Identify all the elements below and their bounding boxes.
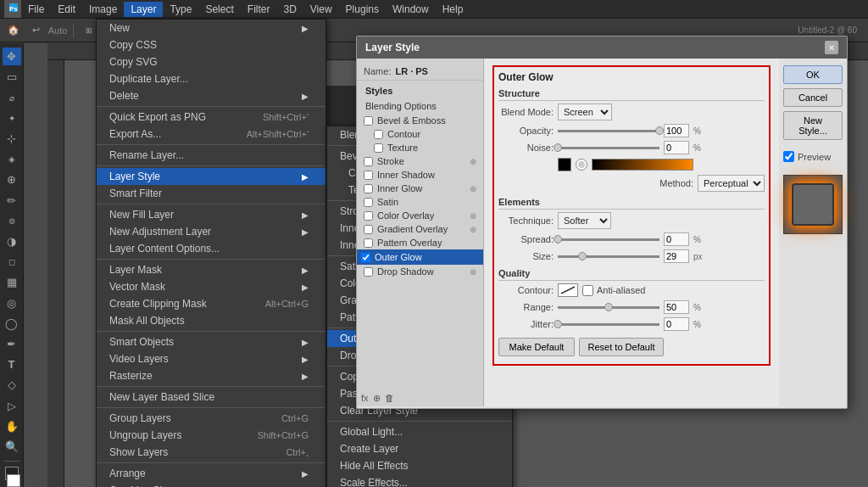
tool-text[interactable]: T	[3, 355, 21, 373]
menu-item-rename[interactable]: Rename Layer...	[97, 147, 326, 164]
menu-file[interactable]: File	[21, 2, 51, 17]
texture-checkbox[interactable]	[374, 143, 383, 153]
tool-heal[interactable]: ⊕	[3, 171, 21, 188]
stroke-checkbox[interactable]	[364, 157, 373, 166]
cancel-button[interactable]: Cancel	[783, 88, 843, 107]
menu-item-new-slice[interactable]: New Layer Based Slice	[97, 389, 326, 406]
dialog-close-button[interactable]: ✕	[825, 41, 838, 54]
menu-item-combine[interactable]: Combine Shapes ▶	[97, 482, 326, 487]
menu-item-new-adj[interactable]: New Adjustment Layer ▶	[97, 223, 326, 240]
menu-help[interactable]: Help	[436, 2, 470, 17]
inner-glow-checkbox[interactable]	[364, 184, 373, 193]
menu-item-smart-objects[interactable]: Smart Objects ▶	[97, 333, 326, 350]
noise-slider[interactable]	[558, 147, 659, 149]
spread-slider[interactable]	[558, 238, 659, 241]
menu-item-copy-svg[interactable]: Copy SVG	[97, 53, 326, 70]
drop-shadow-checkbox[interactable]	[364, 267, 373, 277]
toolbar-redo[interactable]: Auto	[48, 21, 67, 40]
menu-layer[interactable]: Layer	[124, 2, 163, 17]
menu-item-rasterize[interactable]: Rasterize ▶	[97, 367, 326, 384]
style-item-styles[interactable]: Styles	[357, 83, 483, 98]
inner-shadow-label[interactable]: Inner Shadow	[377, 170, 435, 180]
bevel-checkbox[interactable]	[364, 116, 373, 126]
drop-shadow-label[interactable]: Drop Shadow	[377, 266, 434, 277]
gradient-overlay-checkbox[interactable]	[364, 225, 373, 234]
menu-plugins[interactable]: Plugins	[339, 2, 386, 17]
color-overlay-label[interactable]: Color Overlay	[377, 210, 434, 221]
menu-ps[interactable]: Ps	[4, 0, 21, 18]
menu-item-layer-style[interactable]: Layer Style ▶	[97, 168, 326, 185]
submenu-scale-effects[interactable]: Scale Effects...	[327, 474, 512, 487]
tool-marquee[interactable]: ▭	[3, 68, 21, 86]
new-style-button[interactable]: New Style...	[783, 111, 843, 140]
menu-type[interactable]: Type	[163, 2, 198, 17]
spread-input[interactable]	[664, 232, 689, 246]
gradient-overlay-label[interactable]: Gradient Overlay	[377, 224, 448, 234]
menu-edit[interactable]: Edit	[51, 2, 82, 17]
style-item-blending[interactable]: Blending Options	[357, 98, 483, 114]
tool-eraser[interactable]: ◻	[3, 253, 21, 271]
menu-item-new[interactable]: New ▶	[97, 20, 326, 36]
jitter-input[interactable]	[664, 317, 689, 331]
menu-item-video-layers[interactable]: Video Layers ▶	[97, 350, 326, 367]
inner-glow-label[interactable]: Inner Glow	[377, 183, 422, 193]
texture-label[interactable]: Texture	[387, 143, 418, 153]
tool-crop[interactable]: ⊹	[3, 130, 21, 148]
tool-shape[interactable]: ▷	[3, 396, 21, 414]
menu-item-layer-content[interactable]: Layer Content Options...	[97, 240, 326, 257]
menu-item-delete[interactable]: Delete ▶	[97, 87, 326, 104]
tool-pen[interactable]: ✒	[3, 335, 21, 353]
satin-checkbox[interactable]	[364, 198, 373, 207]
menu-3d[interactable]: 3D	[276, 2, 303, 17]
style-item-outer-glow[interactable]: Outer Glow	[357, 249, 483, 265]
preview-checkbox[interactable]	[783, 151, 794, 162]
make-default-button[interactable]: Make Default	[498, 338, 575, 356]
range-slider[interactable]	[558, 306, 659, 309]
menu-item-create-clipping[interactable]: Create Clipping Mask Alt+Ctrl+G	[97, 295, 326, 312]
tool-path[interactable]: ◇	[3, 376, 21, 394]
tool-gradient[interactable]: ▦	[3, 273, 21, 291]
size-slider[interactable]	[558, 255, 659, 258]
tool-dodge[interactable]: ◯	[3, 315, 21, 333]
tool-move[interactable]: ✥	[3, 48, 21, 65]
menu-image[interactable]: Image	[82, 2, 124, 17]
bevel-label[interactable]: Bevel & Emboss	[377, 115, 446, 126]
anti-aliased-checkbox[interactable]	[582, 285, 593, 296]
submenu-create-layer[interactable]: Create Layer	[327, 440, 512, 457]
outer-glow-checkbox[interactable]	[361, 253, 370, 262]
menu-item-copy-css[interactable]: Copy CSS	[97, 36, 326, 53]
background-color[interactable]	[7, 474, 20, 487]
menu-item-export-as[interactable]: Export As... Alt+Shift+Ctrl+'	[97, 126, 326, 143]
tool-hand[interactable]: ✋	[3, 417, 21, 435]
opacity-slider[interactable]	[558, 130, 659, 132]
menu-item-group-layers[interactable]: Group Layers Ctrl+G	[97, 410, 326, 427]
technique-select[interactable]: Softer Precise	[558, 212, 611, 229]
add-icon[interactable]: ⊕	[373, 393, 381, 404]
menu-item-arrange[interactable]: Arrange ▶	[97, 465, 326, 482]
toolbar-home[interactable]: 🏠	[4, 21, 23, 40]
tool-zoom[interactable]: 🔍	[3, 438, 21, 456]
color-overlay-checkbox[interactable]	[364, 211, 373, 221]
ok-button[interactable]: OK	[783, 65, 843, 84]
gradient-bar[interactable]	[592, 159, 693, 171]
menu-select[interactable]: Select	[198, 2, 240, 17]
menu-item-smart-filter[interactable]: Smart Filter	[97, 185, 326, 202]
satin-label[interactable]: Satin	[377, 197, 398, 207]
menu-item-duplicate[interactable]: Duplicate Layer...	[97, 70, 326, 87]
menu-window[interactable]: Window	[386, 2, 436, 17]
menu-item-layer-mask[interactable]: Layer Mask ▶	[97, 261, 326, 278]
tool-blur[interactable]: ◎	[3, 294, 21, 311]
menu-filter[interactable]: Filter	[241, 2, 277, 17]
contour-swatch[interactable]	[558, 283, 578, 297]
black-swatch[interactable]	[558, 158, 571, 171]
pattern-overlay-checkbox[interactable]	[364, 238, 373, 248]
menu-item-mask-all[interactable]: Mask All Objects	[97, 312, 326, 329]
reset-default-button[interactable]: Reset to Default	[579, 338, 664, 356]
tool-eyedropper[interactable]: ◈	[3, 150, 21, 168]
pattern-overlay-label[interactable]: Pattern Overlay	[377, 238, 442, 248]
menu-item-ungroup-layers[interactable]: Ungroup Layers Shift+Ctrl+G	[97, 427, 326, 444]
method-select[interactable]: Perceptual Linear Relative	[698, 175, 765, 192]
tool-history[interactable]: ◑	[3, 232, 21, 250]
noise-input[interactable]	[664, 141, 689, 154]
trash-icon[interactable]: 🗑	[385, 393, 394, 404]
